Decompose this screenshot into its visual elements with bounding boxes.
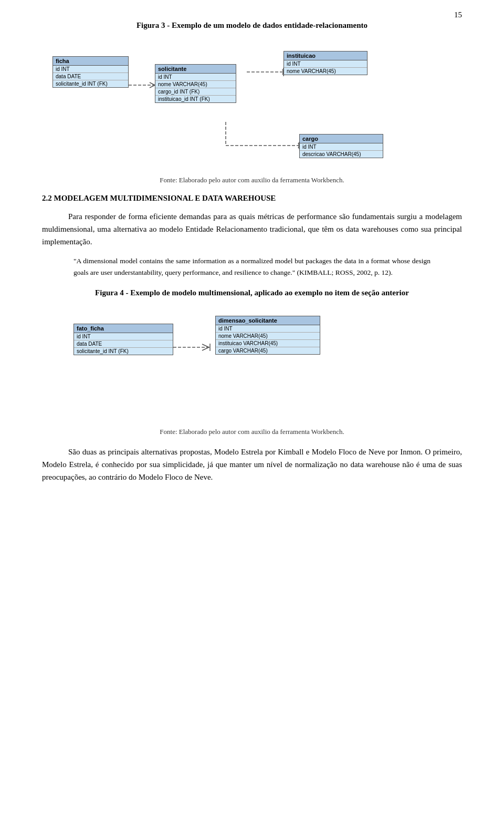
section-title: 2.2 MODELAGEM MULTIDIMENSIONAL E DATA WA… bbox=[42, 194, 462, 203]
entity-ficha-header: ficha bbox=[53, 57, 128, 66]
entity-solicitante: solicitante id INT nome VARCHAR(45) carg… bbox=[155, 64, 236, 103]
entity-solicitante-row2: nome VARCHAR(45) bbox=[155, 81, 236, 88]
entity-dimensao-row1: id INT bbox=[216, 325, 320, 333]
figure1-title: Figura 3 - Exemplo de um modelo de dados… bbox=[42, 21, 462, 30]
entity-solicitante-row3: cargo_id INT (FK) bbox=[155, 88, 236, 96]
entity-instituicao-header: instituicao bbox=[284, 51, 367, 60]
entity-fato-ficha-row2: data DATE bbox=[74, 340, 173, 348]
entity-instituicao: instituicao id INT nome VARCHAR(45) bbox=[284, 51, 368, 75]
entity-fato-ficha-header: fato_ficha bbox=[74, 324, 173, 333]
svg-line-13 bbox=[202, 344, 209, 347]
entity-ficha-row1: id INT bbox=[53, 66, 128, 73]
section-number: 2.2 bbox=[42, 194, 52, 202]
diagram1-connectors bbox=[47, 35, 457, 172]
figure2-title: Figura 4 - Exemplo de modelo multimensio… bbox=[42, 288, 462, 297]
entity-dimensao-row4: cargo VARCHAR(45) bbox=[216, 347, 320, 354]
entity-fato-ficha-row3: solicitante_id INT (FK) bbox=[74, 348, 173, 355]
entity-dimensao-row3: instituicao VARCHAR(45) bbox=[216, 340, 320, 347]
entity-instituicao-row2: nome VARCHAR(45) bbox=[284, 68, 367, 75]
figure2-fonte: Fonte: Elaborado pelo autor com auxilio … bbox=[42, 428, 462, 436]
paragraph-1: Para responder de forma eficiente demand… bbox=[42, 210, 462, 248]
entity-cargo-row1: id INT bbox=[300, 143, 383, 151]
er-diagram-1: ficha id INT data DATE solicitante_id IN… bbox=[47, 35, 457, 172]
svg-line-2 bbox=[150, 85, 155, 88]
entity-cargo-header: cargo bbox=[300, 135, 383, 143]
entity-solicitante-header: solicitante bbox=[155, 65, 236, 74]
figure1-container: ficha id INT data DATE solicitante_id IN… bbox=[42, 35, 462, 172]
section-title-main: MODELAGEM MULTIDIMENSIONAL E DATA WAREHO… bbox=[54, 194, 276, 202]
er-diagram-2: fato_ficha id INT data DATE solicitante_… bbox=[68, 303, 436, 423]
entity-solicitante-row4: instituicao_id INT (FK) bbox=[155, 96, 236, 102]
entity-dimensao-row2: nome VARCHAR(45) bbox=[216, 333, 320, 340]
entity-ficha-row3: solicitante_id INT (FK) bbox=[53, 80, 128, 87]
figure2-container: fato_ficha id INT data DATE solicitante_… bbox=[42, 303, 462, 423]
entity-cargo-row2: descricao VARCHAR(45) bbox=[300, 151, 383, 158]
figure1-fonte: Fonte: Elaborado pelo autor com auxilio … bbox=[42, 176, 462, 184]
entity-instituicao-row1: id INT bbox=[284, 60, 367, 68]
entity-solicitante-row1: id INT bbox=[155, 74, 236, 81]
quote-block: "A dimensional model contains the same i… bbox=[74, 255, 430, 278]
entity-fato-ficha-row1: id INT bbox=[74, 333, 173, 340]
page-number: 15 bbox=[454, 11, 462, 19]
entity-fato-ficha: fato_ficha id INT data DATE solicitante_… bbox=[74, 324, 173, 355]
entity-cargo: cargo id INT descricao VARCHAR(45) bbox=[299, 134, 383, 158]
paragraph-3: São duas as principais alternativas prop… bbox=[42, 446, 462, 483]
entity-dimensao-solicitante: dimensao_solicitante id INT nome VARCHAR… bbox=[215, 316, 320, 355]
svg-line-14 bbox=[202, 347, 209, 350]
entity-dimensao-header: dimensao_solicitante bbox=[216, 316, 320, 325]
entity-ficha: ficha id INT data DATE solicitante_id IN… bbox=[52, 56, 129, 88]
entity-ficha-row2: data DATE bbox=[53, 73, 128, 80]
page: 15 Figura 3 - Exemplo de um modelo de da… bbox=[0, 0, 504, 522]
svg-line-1 bbox=[150, 82, 155, 85]
